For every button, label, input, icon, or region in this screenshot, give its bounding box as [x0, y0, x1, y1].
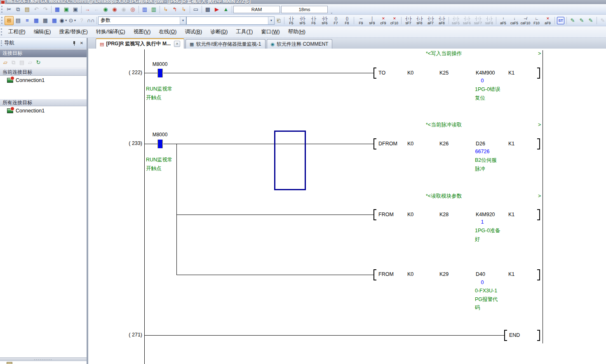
- device-batch-monitor-icon[interactable]: ◎: [128, 5, 137, 14]
- jump-read-icon[interactable]: ↰: [170, 5, 179, 14]
- edit-ladder-icon[interactable]: ✎: [568, 16, 577, 25]
- menu-e[interactable]: 编辑(E): [30, 26, 55, 37]
- title-bar[interactable]: MELSOFT系列 GX Works2 C:\Users\tjjr\Deskto…: [0, 0, 606, 4]
- contact-device-label[interactable]: M8000: [149, 61, 171, 68]
- menu-h[interactable]: 帮助(H): [284, 26, 310, 37]
- refresh-icon[interactable]: ↻: [34, 58, 42, 67]
- tab-close-icon[interactable]: ✕: [174, 41, 180, 47]
- contact-m8000-on[interactable]: [157, 140, 163, 148]
- computer-transfer-icon[interactable]: ▭: [191, 5, 200, 14]
- toolbar-overflow-chevron[interactable]: ⌄: [330, 11, 333, 14]
- instruction-op[interactable]: DFROM: [378, 141, 397, 147]
- ladder-symbol-aF9-button[interactable]: ✕aF9: [542, 15, 553, 26]
- ladder-symbol-F7-button[interactable]: ( )F7: [330, 15, 341, 26]
- undo-icon[interactable]: ↶: [32, 5, 41, 14]
- ladder-symbol-aF5-button[interactable]: ↑aF5: [498, 15, 509, 26]
- device-terminal-icon[interactable]: ▣: [62, 5, 71, 14]
- chevron-down-icon[interactable]: ▼: [268, 17, 274, 24]
- instruction-arg[interactable]: K29: [439, 271, 449, 278]
- edit-contact-comment-icon[interactable]: ✎: [577, 16, 586, 25]
- menu-p[interactable]: 工程(P): [4, 26, 30, 37]
- statement-comment[interactable]: *<写入当前操作: [426, 51, 462, 57]
- ladder-symbol-F6-button[interactable]: ┤├F6: [308, 15, 319, 26]
- ladder-symbol-sF5-button[interactable]: ┤/├sF5: [297, 15, 308, 26]
- instruction-arg[interactable]: K0: [407, 271, 413, 278]
- ladder-symbol-saF8-button[interactable]: ┤↓├saF8: [484, 15, 495, 26]
- find-target-combobox[interactable]: 参数 ▼: [98, 16, 186, 25]
- instruction-arg[interactable]: K1: [508, 212, 514, 218]
- ladder-symbol-saF5-button[interactable]: ┤↑├saF5: [450, 15, 461, 26]
- instruction-arg[interactable]: K4M920: [476, 212, 495, 218]
- instruction-op[interactable]: FROM: [378, 212, 394, 218]
- paste-connection-icon[interactable]: ▤: [18, 58, 26, 67]
- find-device-combobox[interactable]: ▼: [186, 16, 275, 25]
- statement-comment[interactable]: *<当前脉冲读取: [426, 122, 462, 128]
- device-comment-icon[interactable]: ▦: [32, 16, 41, 25]
- instruction-arg[interactable]: D40: [476, 271, 485, 278]
- device-io-icon[interactable]: ▣: [71, 5, 80, 14]
- panel-grip[interactable]: [1, 40, 2, 46]
- edit-cursor-selection[interactable]: [274, 131, 306, 190]
- ladder-symbol-sF7-button[interactable]: ┤↑├sF7: [403, 15, 414, 26]
- contact-m8000-on[interactable]: [157, 69, 163, 77]
- toolbar-grip[interactable]: [1, 6, 3, 13]
- ladder-symbol-F5-button[interactable]: ┤├F5: [286, 15, 297, 26]
- ladder-symbol-saF6-button[interactable]: ┤↓├saF6: [461, 15, 472, 26]
- connection-property-icon[interactable]: ▱: [26, 58, 34, 67]
- menu-f[interactable]: 搜索/替换(F): [55, 26, 92, 37]
- menubar-grip[interactable]: [1, 28, 2, 35]
- instruction-arg[interactable]: K0: [407, 141, 413, 147]
- read-from-plc-icon[interactable]: ←: [92, 5, 101, 14]
- copy-connection-icon[interactable]: ⧉: [9, 58, 18, 67]
- device-comment-search-icon[interactable]: ▦: [53, 5, 62, 14]
- pin-icon[interactable]: [71, 40, 78, 47]
- statement-comment[interactable]: *<读取模块参数: [426, 193, 462, 199]
- navigation-window-icon[interactable]: ⊞: [5, 16, 14, 25]
- instruction-arg[interactable]: K0: [407, 70, 413, 76]
- ladder-symbol-cF10-button[interactable]: ✕cF10: [389, 15, 400, 26]
- help-icon[interactable]: ?: [77, 16, 86, 25]
- instruction-arg[interactable]: K4M900: [476, 70, 495, 76]
- copy-icon[interactable]: ⧉: [14, 5, 23, 14]
- monitor-delta-icon[interactable]: ▲: [221, 5, 230, 14]
- display-setting-icon[interactable]: ◉▼: [59, 16, 68, 25]
- redo-icon[interactable]: ↷: [41, 5, 50, 14]
- menu-t[interactable]: 工具(T): [232, 26, 257, 37]
- monitor-pause-icon[interactable]: ◉: [119, 5, 128, 14]
- ladder-symbol-cF9-button[interactable]: ✕cF9: [378, 15, 389, 26]
- instruction-arg[interactable]: K28: [439, 212, 449, 218]
- instruction-op[interactable]: END: [509, 332, 520, 338]
- zoom-icon[interactable]: ⊙▼: [68, 16, 77, 25]
- connection-item[interactable]: Connection1: [0, 106, 87, 115]
- document-tab-0[interactable]: ▤[PRG]R 监视写入 执行中 M...✕: [96, 38, 184, 49]
- program-list-icon[interactable]: ≡: [23, 16, 32, 25]
- jump-both-icon[interactable]: ↳: [179, 5, 188, 14]
- ladder-symbol-caF5-button[interactable]: ↓caF5: [509, 15, 520, 26]
- ladder-symbol-F9-button[interactable]: ─F9: [355, 15, 366, 26]
- ladder-symbol-sF9-button[interactable]: │sF9: [366, 15, 378, 26]
- close-icon[interactable]: ✕: [78, 40, 85, 47]
- ladder-symbol-sF8-button[interactable]: ┤↓├sF8: [414, 15, 425, 26]
- jump-write-icon[interactable]: ↳: [161, 5, 170, 14]
- ladder-symbol-caF10-button[interactable]: ─/caF10: [520, 15, 531, 26]
- instruction-arg[interactable]: K1: [508, 141, 514, 147]
- menu-w[interactable]: 窗口(W): [257, 26, 284, 37]
- ladder-canvas[interactable]: *<写入当前操作 > *<当前脉冲读取 > *<读取模块参数 > ( 222) …: [88, 49, 606, 364]
- find-document-icon[interactable]: ⎗: [275, 16, 283, 25]
- instruction-arg[interactable]: K26: [439, 141, 449, 147]
- ladder-symbol-F8-button[interactable]: { }F8: [341, 15, 352, 26]
- edit-disabled-icon[interactable]: ✎: [598, 16, 606, 25]
- device-batch-icon[interactable]: ▦: [50, 16, 59, 25]
- new-connection-icon[interactable]: ▱: [1, 58, 9, 67]
- ladder-symbol-saF7-button[interactable]: ┤↑├saF7: [472, 15, 484, 26]
- document-tab-2[interactable]: ◉软元件注释 COMMENT: [267, 39, 333, 49]
- instruction-arg[interactable]: K1: [508, 70, 514, 76]
- instruction-arg[interactable]: K0: [407, 212, 413, 218]
- monitor-stop-icon[interactable]: ◉: [110, 5, 119, 14]
- paste-icon[interactable]: ▤: [23, 5, 32, 14]
- ladder-monitor-mode-icon[interactable]: ▩: [203, 5, 212, 14]
- instruction-arg[interactable]: K1: [508, 271, 514, 278]
- device-display-green-icon[interactable]: ▥: [149, 5, 158, 14]
- document-tab-1[interactable]: ▦软元件/缓冲存储器批量监视-1: [186, 39, 265, 49]
- edit-coil-comment-icon[interactable]: ✎: [586, 16, 595, 25]
